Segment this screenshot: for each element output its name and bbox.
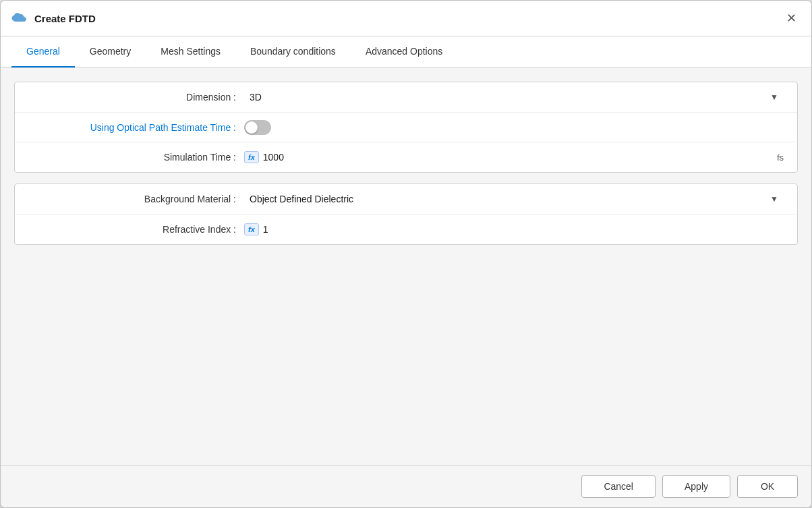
optical-path-value <box>244 120 784 135</box>
field-row-refractive-index: Refractive Index : fx <box>15 215 797 244</box>
field-row-optical-path: Using Optical Path Estimate Time : <box>15 113 797 142</box>
refractive-index-fx-icon[interactable]: fx <box>244 223 259 235</box>
cloud-icon <box>11 11 28 25</box>
title-bar: Create FDTD ✕ <box>1 1 811 36</box>
optical-path-toggle[interactable] <box>244 120 271 135</box>
simulation-time-value: fx fs <box>244 151 784 163</box>
content-area: Dimension : 3D ▼ Using Optical Path Esti… <box>1 68 811 465</box>
create-fdtd-dialog: Create FDTD ✕ General Geometry Mesh Sett… <box>0 0 812 508</box>
tab-boundary-conditions[interactable]: Boundary conditions <box>235 36 351 67</box>
field-row-simulation-time: Simulation Time : fx fs <box>15 142 797 172</box>
apply-button[interactable]: Apply <box>662 475 730 498</box>
dimension-label: Dimension : <box>28 92 244 103</box>
background-material-value: Object Defined Dielectric ▼ <box>244 191 784 207</box>
dimension-value: 3D ▼ <box>244 89 784 105</box>
background-material-select-wrapper[interactable]: Object Defined Dielectric ▼ <box>244 191 784 207</box>
footer: Cancel Apply OK <box>1 465 811 507</box>
field-row-background-material: Background Material : Object Defined Die… <box>15 184 797 215</box>
refractive-index-input[interactable] <box>263 224 784 235</box>
simulation-time-unit: fs <box>772 152 784 163</box>
section-general: Dimension : 3D ▼ Using Optical Path Esti… <box>14 82 798 173</box>
dimension-select-value[interactable]: 3D <box>244 89 765 105</box>
tab-geometry[interactable]: Geometry <box>75 36 146 67</box>
cancel-button[interactable]: Cancel <box>581 475 656 498</box>
background-material-select-value[interactable]: Object Defined Dielectric <box>244 191 765 207</box>
dimension-select-wrapper[interactable]: 3D ▼ <box>244 89 784 105</box>
refractive-index-label: Refractive Index : <box>28 224 244 235</box>
optical-path-label: Using Optical Path Estimate Time : <box>28 122 244 133</box>
simulation-time-label: Simulation Time : <box>28 152 244 163</box>
tab-bar: General Geometry Mesh Settings Boundary … <box>1 36 811 68</box>
background-material-label: Background Material : <box>28 194 244 204</box>
toggle-knob <box>245 121 258 134</box>
section-material: Background Material : Object Defined Die… <box>14 184 798 245</box>
simulation-time-fx-icon[interactable]: fx <box>244 151 259 163</box>
ok-button[interactable]: OK <box>737 475 798 498</box>
tab-mesh-settings[interactable]: Mesh Settings <box>146 36 235 67</box>
simulation-time-input[interactable] <box>263 152 772 163</box>
tab-general[interactable]: General <box>11 36 75 67</box>
close-button[interactable]: ✕ <box>782 9 801 28</box>
title-bar-left: Create FDTD <box>11 11 96 25</box>
field-row-dimension: Dimension : 3D ▼ <box>15 82 797 113</box>
refractive-index-value: fx <box>244 223 784 235</box>
refractive-index-input-wrapper: fx <box>244 223 784 235</box>
dialog-title: Create FDTD <box>34 13 96 24</box>
background-material-dropdown-arrow[interactable]: ▼ <box>765 192 784 206</box>
dimension-dropdown-arrow[interactable]: ▼ <box>765 90 784 105</box>
simulation-time-input-wrapper: fx <box>244 151 772 163</box>
tab-advanced-options[interactable]: Advanced Options <box>351 36 457 67</box>
